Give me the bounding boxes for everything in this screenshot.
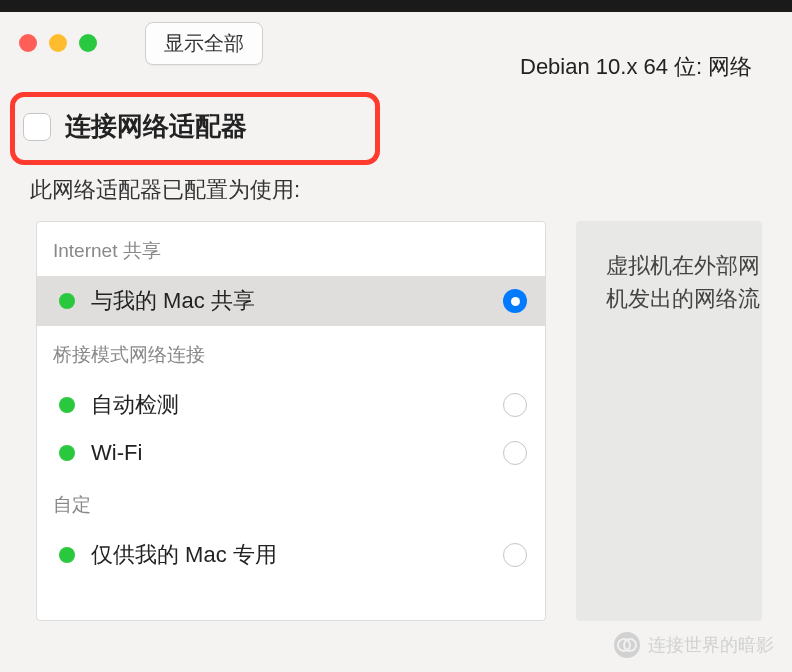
description-panel: 虚拟机在外部网 机发出的网络流 bbox=[576, 221, 762, 621]
minimize-window-button[interactable] bbox=[49, 34, 67, 52]
network-options-list: Internet 共享 与我的 Mac 共享 桥接模式网络连接 自动检测 Wi-… bbox=[36, 221, 546, 621]
option-label: Wi-Fi bbox=[91, 440, 487, 466]
status-dot-icon bbox=[59, 445, 75, 461]
option-mac-only[interactable]: 仅供我的 Mac 专用 bbox=[37, 530, 545, 580]
option-label: 仅供我的 Mac 专用 bbox=[91, 540, 487, 570]
connect-adapter-highlight: 连接网络适配器 bbox=[10, 92, 380, 165]
radio-unselected-icon[interactable] bbox=[503, 393, 527, 417]
description-line: 机发出的网络流 bbox=[606, 282, 762, 315]
show-all-button[interactable]: 显示全部 bbox=[145, 22, 263, 65]
adapter-config-subtitle: 此网络适配器已配置为使用: bbox=[30, 175, 762, 205]
radio-unselected-icon[interactable] bbox=[503, 543, 527, 567]
close-window-button[interactable] bbox=[19, 34, 37, 52]
option-label: 与我的 Mac 共享 bbox=[91, 286, 487, 316]
watermark: 连接世界的暗影 bbox=[614, 632, 774, 658]
top-dark-bar bbox=[0, 0, 792, 12]
panels-row: Internet 共享 与我的 Mac 共享 桥接模式网络连接 自动检测 Wi-… bbox=[30, 221, 762, 621]
description-line: 虚拟机在外部网 bbox=[606, 249, 762, 282]
option-share-with-mac[interactable]: 与我的 Mac 共享 bbox=[37, 276, 545, 326]
section-header-bridged: 桥接模式网络连接 bbox=[37, 326, 545, 380]
radio-selected-icon[interactable] bbox=[503, 289, 527, 313]
window-title: Debian 10.x 64 位: 网络 bbox=[520, 52, 752, 82]
list-spacer bbox=[37, 580, 545, 620]
section-header-custom: 自定 bbox=[37, 476, 545, 530]
option-auto-detect[interactable]: 自动检测 bbox=[37, 380, 545, 430]
traffic-lights bbox=[19, 34, 97, 52]
option-wifi[interactable]: Wi-Fi bbox=[37, 430, 545, 476]
maximize-window-button[interactable] bbox=[79, 34, 97, 52]
connect-adapter-label: 连接网络适配器 bbox=[65, 109, 247, 144]
status-dot-icon bbox=[59, 397, 75, 413]
connect-adapter-checkbox[interactable] bbox=[23, 113, 51, 141]
radio-unselected-icon[interactable] bbox=[503, 441, 527, 465]
watermark-text: 连接世界的暗影 bbox=[648, 633, 774, 657]
settings-window: 显示全部 Debian 10.x 64 位: 网络 连接网络适配器 此网络适配器… bbox=[0, 12, 792, 672]
section-header-internet-sharing: Internet 共享 bbox=[37, 222, 545, 276]
status-dot-icon bbox=[59, 293, 75, 309]
option-label: 自动检测 bbox=[91, 390, 487, 420]
content-area: 连接网络适配器 此网络适配器已配置为使用: Internet 共享 与我的 Ma… bbox=[0, 74, 792, 621]
status-dot-icon bbox=[59, 547, 75, 563]
wechat-icon bbox=[614, 632, 640, 658]
